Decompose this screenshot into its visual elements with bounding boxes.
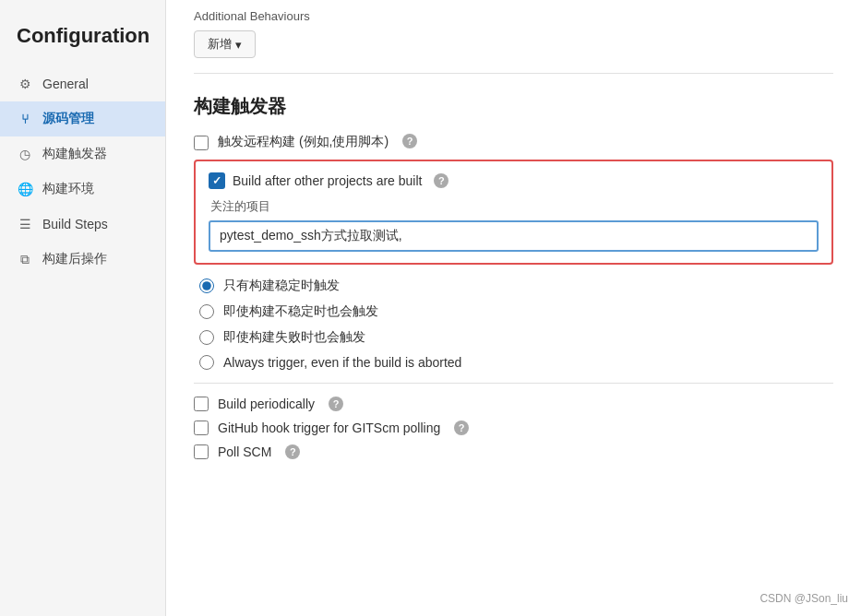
list-icon: ☰ (17, 216, 33, 232)
dropdown-arrow-icon: ▾ (235, 38, 242, 52)
build-periodically-help-icon[interactable]: ? (329, 397, 343, 411)
add-button[interactable]: 新增 ▾ (194, 30, 256, 58)
sidebar-item-post[interactable]: ⧉ 构建后操作 (0, 242, 165, 277)
poll-scm-item: Poll SCM ? (194, 444, 833, 459)
post-icon: ⧉ (17, 251, 33, 267)
build-after-help-icon[interactable]: ? (434, 173, 448, 188)
trigger-remote-checkbox[interactable] (194, 136, 209, 150)
project-input[interactable] (209, 220, 819, 252)
additional-behaviours-section: Additional Behaviours 新增 ▾ (194, 0, 833, 74)
build-periodically-label: Build periodically (218, 397, 315, 411)
sidebar-item-source[interactable]: ⑂ 源码管理 (0, 101, 165, 136)
trigger-remote-label: 触发远程构建 (例如,使用脚本) (218, 134, 389, 150)
sidebar-item-label: 源码管理 (42, 111, 94, 127)
sidebar-item-trigger[interactable]: ◷ 构建触发器 (0, 136, 165, 172)
sidebar-item-label: 构建后操作 (42, 251, 107, 267)
radio-failed: 即使构建失败时也会触发 (194, 329, 833, 346)
radio-failed-label: 即使构建失败时也会触发 (223, 329, 365, 346)
radio-unstable-label: 即使构建不稳定时也会触发 (223, 303, 378, 320)
section-title: 构建触发器 (194, 94, 833, 119)
sidebar: Configuration ⚙ General ⑂ 源码管理 ◷ 构建触发器 🌐… (0, 0, 166, 616)
radio-unstable-input[interactable] (199, 304, 214, 319)
build-after-box: Build after other projects are built ? 关… (194, 160, 833, 265)
source-icon: ⑂ (17, 111, 33, 127)
build-after-row: Build after other projects are built ? (209, 172, 819, 189)
main-content: Additional Behaviours 新增 ▾ 构建触发器 触发远程构建 … (166, 0, 861, 616)
radio-always-label: Always trigger, even if the build is abo… (223, 355, 461, 370)
trigger-remote-item: 触发远程构建 (例如,使用脚本) ? (194, 134, 833, 150)
watermark: CSDN @JSon_liu (759, 592, 848, 605)
clock-icon: ◷ (17, 146, 33, 162)
sidebar-item-label: 构建触发器 (42, 146, 107, 162)
github-hook-label: GitHub hook trigger for GITScm polling (218, 421, 440, 435)
github-hook-checkbox[interactable] (194, 421, 209, 435)
radio-stable-label: 只有构建稳定时触发 (223, 278, 340, 294)
sidebar-item-label: 构建环境 (42, 181, 94, 197)
trigger-radio-group: 只有构建稳定时触发 即使构建不稳定时也会触发 即使构建失败时也会触发 Alway… (194, 278, 833, 370)
sidebar-item-general[interactable]: ⚙ General (0, 66, 165, 101)
sidebar-item-env[interactable]: 🌐 构建环境 (0, 172, 165, 207)
radio-always-input[interactable] (199, 355, 214, 370)
build-periodically-checkbox[interactable] (194, 397, 209, 411)
watch-project-label: 关注的项目 (209, 198, 819, 215)
sidebar-item-label: General (42, 77, 89, 91)
poll-scm-help-icon[interactable]: ? (285, 444, 300, 459)
github-hook-help-icon[interactable]: ? (454, 421, 469, 435)
build-after-checkbox[interactable] (209, 172, 225, 189)
radio-stable-input[interactable] (199, 278, 214, 293)
sidebar-item-buildsteps[interactable]: ☰ Build Steps (0, 207, 165, 242)
radio-always: Always trigger, even if the build is abo… (194, 355, 833, 370)
trigger-remote-help-icon[interactable]: ? (402, 134, 417, 148)
divider (194, 383, 833, 384)
github-hook-item: GitHub hook trigger for GITScm polling ? (194, 421, 833, 435)
gear-icon: ⚙ (17, 76, 33, 92)
radio-failed-input[interactable] (199, 330, 214, 345)
globe-icon: 🌐 (17, 181, 33, 197)
additional-behaviours-label: Additional Behaviours (194, 9, 833, 23)
sidebar-title: Configuration (0, 9, 165, 66)
sidebar-item-label: Build Steps (42, 217, 108, 231)
build-after-label: Build after other projects are built (233, 173, 422, 188)
poll-scm-label: Poll SCM (218, 444, 271, 459)
add-button-label: 新增 (208, 36, 232, 53)
build-periodically-item: Build periodically ? (194, 397, 833, 411)
radio-unstable: 即使构建不稳定时也会触发 (194, 303, 833, 320)
radio-stable: 只有构建稳定时触发 (194, 278, 833, 294)
poll-scm-checkbox[interactable] (194, 444, 209, 459)
